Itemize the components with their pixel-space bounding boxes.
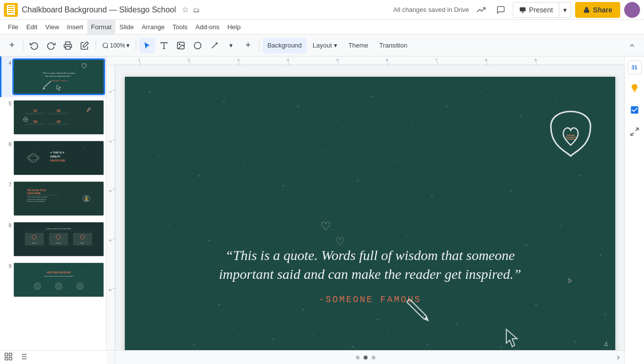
expand-panel-button[interactable]	[612, 350, 624, 364]
svg-point-145	[282, 185, 284, 187]
title-bar-actions: All changes saved in Drive Present ▾ Sha…	[393, 2, 640, 18]
menu-insert[interactable]: Insert	[63, 20, 87, 34]
svg-point-189	[575, 341, 576, 343]
image-tool[interactable]	[173, 38, 189, 53]
svg-point-92	[84, 271, 84, 271]
undo-button[interactable]	[26, 38, 42, 53]
present-dropdown[interactable]: ▾	[559, 2, 571, 17]
present-button[interactable]: Present ▾	[513, 2, 571, 18]
save-status: All changes saved in Drive	[393, 6, 469, 13]
bottom-dot-1[interactable]	[356, 356, 360, 360]
paint-button[interactable]	[77, 38, 93, 53]
slide-thumbnail-6[interactable]: 6 ✦ THIS IS A GREAT HEADLINE	[0, 138, 106, 178]
svg-point-138	[481, 91, 482, 92]
slide-thumbnail-4[interactable]: 4 "This is a quote	[0, 56, 106, 97]
slide-number-5: 5	[3, 100, 11, 106]
svg-point-129	[149, 91, 150, 93]
comment-button[interactable]	[493, 2, 509, 18]
slide-thumbnail-8[interactable]: 8 Lorem ipsum text here title	[0, 219, 106, 260]
collapse-toolbar-button[interactable]	[624, 38, 640, 53]
svg-text:04: 04	[57, 120, 61, 123]
svg-rect-0	[520, 7, 526, 11]
background-label: Background	[268, 42, 302, 49]
add-comment-tool[interactable]: +	[240, 38, 256, 53]
bottom-bar	[107, 350, 624, 364]
app-logo[interactable]	[4, 3, 18, 17]
svg-point-137	[446, 106, 447, 107]
list-view-button[interactable]	[19, 352, 28, 363]
text-tool[interactable]	[156, 38, 172, 53]
svg-text:♡: ♡	[32, 87, 34, 89]
svg-text:03: 03	[34, 120, 38, 123]
slide-thumbnail-7[interactable]: 7 THE SLIDE TITLE GOES HERE Lorem ipsum …	[0, 178, 106, 219]
slide-thumb-5: 01 02 03 04	[13, 100, 104, 135]
menu-view[interactable]: View	[41, 20, 63, 34]
far-right-panel: 31	[624, 56, 644, 364]
folder-icon[interactable]: 🗂	[193, 6, 200, 14]
line-tool[interactable]	[207, 38, 222, 53]
svg-point-160	[407, 235, 408, 236]
svg-point-142	[159, 156, 160, 156]
svg-point-150	[471, 170, 472, 171]
slide-canvas[interactable]: ♡ ♡ ♡ ♡ ♡ ♡ “This is a quote. Words full…	[125, 77, 615, 353]
activity-button[interactable]	[473, 2, 489, 18]
theme-button[interactable]: Theme	[343, 38, 373, 53]
bottom-dot-3[interactable]	[372, 356, 376, 360]
svg-text:5: 5	[336, 58, 339, 62]
slide-thumbnail-9[interactable]: 9 ANOTHER HEADLINE Lorem ipsum dolor sit…	[0, 260, 106, 300]
bottom-dot-2[interactable]	[364, 356, 368, 360]
menu-edit[interactable]: Edit	[22, 20, 41, 34]
svg-text:♡: ♡	[35, 78, 37, 80]
svg-text:7: 7	[435, 58, 438, 62]
svg-text:4: 4	[604, 340, 608, 348]
svg-rect-89	[20, 265, 97, 295]
menu-tools[interactable]: Tools	[168, 20, 191, 34]
keep-icon[interactable]	[627, 80, 643, 96]
svg-text:"This is a quote. Words full o: "This is a quote. Words full of wisdom	[42, 72, 75, 74]
transition-label: Transition	[379, 42, 408, 49]
menu-addons[interactable]: Add-ons	[192, 20, 223, 34]
share-button[interactable]: Share	[575, 2, 620, 18]
more-tools[interactable]: ▾	[223, 38, 239, 53]
svg-text:HEADLINE: HEADLINE	[50, 159, 65, 162]
svg-point-12	[194, 42, 201, 49]
svg-line-13	[212, 43, 217, 48]
select-tool[interactable]	[139, 38, 155, 53]
menu-arrange[interactable]: Arrange	[138, 20, 168, 34]
slide-number-7: 7	[3, 181, 11, 188]
svg-text:GREAT: GREAT	[50, 155, 60, 158]
svg-point-36	[58, 105, 59, 106]
menu-help[interactable]: Help	[223, 20, 245, 34]
print-button[interactable]	[60, 38, 76, 53]
grid-view-button[interactable]	[4, 352, 13, 363]
svg-point-65	[58, 190, 59, 190]
svg-text:02: 02	[57, 109, 61, 112]
svg-point-57	[84, 148, 84, 149]
slide-thumb-6: ✦ THIS IS A GREAT HEADLINE	[13, 141, 104, 175]
svg-point-11	[179, 44, 180, 45]
redo-button[interactable]	[43, 38, 59, 53]
svg-point-17	[50, 70, 51, 70]
background-button[interactable]: Background	[263, 38, 307, 53]
menu-format[interactable]: Format	[87, 20, 115, 34]
slide-thumbnail-5[interactable]: 5 01 02 03 04	[0, 97, 106, 138]
menu-file[interactable]: File	[4, 20, 22, 34]
svg-text:👩‍🚀: 👩‍🚀	[84, 196, 89, 202]
star-icon[interactable]: ☆	[182, 5, 189, 14]
svg-point-183	[352, 346, 353, 348]
svg-point-187	[500, 346, 502, 348]
svg-line-7	[107, 47, 108, 48]
layout-button[interactable]: Layout ▾	[308, 38, 342, 53]
tasks-icon[interactable]	[627, 102, 643, 118]
svg-text:-SOMEONE FAMOUS: -SOMEONE FAMOUS	[319, 295, 421, 305]
expand-icon[interactable]	[627, 124, 643, 140]
transition-button[interactable]: Transition	[375, 38, 413, 53]
svg-rect-210	[5, 353, 7, 356]
menu-slide[interactable]: Slide	[115, 20, 138, 34]
avatar[interactable]	[624, 2, 640, 18]
zoom-control[interactable]: 100%▾	[99, 38, 133, 53]
svg-point-130	[184, 116, 185, 117]
calendar-icon[interactable]: 31	[628, 60, 642, 74]
add-slide-button[interactable]: +	[4, 38, 20, 53]
shape-tool[interactable]	[190, 38, 206, 53]
